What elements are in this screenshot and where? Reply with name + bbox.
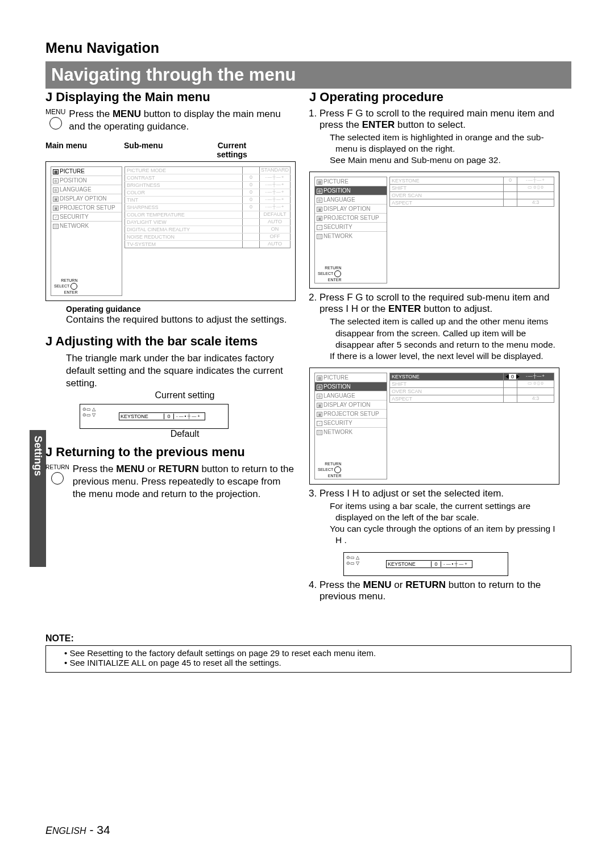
adjusting-bar-scale-text: The triangle mark under the bar indicate… (66, 352, 296, 390)
step2-bullet: If there is a lower level, the next leve… (330, 350, 559, 362)
menu-button-icon: MENU (45, 108, 65, 133)
operating-guidance-heading: Operating guidance (66, 304, 296, 314)
section-adjusting-bar-scale: J Adjusting with the bar scale items (45, 334, 296, 349)
main-menu-item: ▣DISPLAY OPTION (315, 400, 387, 409)
main-menu-item-selected: ⊕POSITION (315, 382, 387, 391)
main-menu-item: ☷NETWORK (315, 427, 387, 436)
main-menu-item: ▣PROJECTOR SETUP (315, 213, 387, 222)
sub-menu-list: PICTURE MODESTANDARD CONTRAST0-—┼—+ BRIG… (125, 166, 291, 296)
section-returning-prev-menu: J Returning to the previous menu (45, 445, 296, 460)
main-menu-item: ▣DISPLAY OPTION (51, 194, 122, 203)
keystone-bar-diagram-small: ⊙▭ △⊙▭ ▽ KEYSTONE 0 -—▪┼—+ (343, 552, 508, 576)
remote-hint: RETURN SELECT ENTER (318, 265, 341, 282)
keystone-value: 0 (431, 561, 441, 567)
keystone-label: KEYSTONE (121, 414, 164, 419)
procedure-list: Press F G to scroll to the required main… (309, 108, 559, 166)
default-caption: Default (74, 429, 296, 439)
label-current-settings: Currentsettings (208, 141, 256, 159)
page-footer: ENGLISH - 34 (45, 823, 110, 837)
step-2: Press F G to scroll to the required sub-… (320, 292, 559, 362)
main-menu-item: ▦PICTURE (51, 167, 122, 176)
diagram-step1: ▦PICTURE ⊕POSITION ⊕LANGUAGE ▣DISPLAY OP… (309, 172, 559, 289)
main-menu-item: ♂SECURITY (315, 222, 387, 231)
note-line: • See INITIALIZE ALL on page 45 to reset… (64, 658, 565, 667)
main-menu-item: ⊕LANGUAGE (315, 391, 387, 400)
label-main-menu: Main menu (45, 141, 124, 159)
main-menu-item: ♂SECURITY (51, 212, 122, 221)
main-menu-diagram: ▦PICTURE ⊕POSITION ⊕LANGUAGE ▣DISPLAY OP… (45, 161, 296, 301)
main-menu-item: ⊕POSITION (51, 176, 122, 185)
main-menu-item: ☷NETWORK (51, 221, 122, 230)
label-sub-menu: Sub-menu (124, 141, 208, 159)
operating-guidance-text: Contains the required buttons to adjust … (66, 314, 296, 326)
procedure-list: Press F G to scroll to the required sub-… (309, 292, 559, 362)
main-menu-item: ⊕LANGUAGE (315, 195, 387, 204)
current-setting-caption: Current setting (74, 390, 296, 400)
side-tab-settings: Settings (30, 430, 46, 567)
remote-hint: RETURN SELECT ENTER (54, 278, 77, 295)
remote-hint: RETURN SELECT ENTER (318, 461, 341, 478)
title-bar: Navigating through the menu (45, 61, 571, 89)
sub-menu-list: KEYSTONE0-—┼—+ SHIFT▭ 0 ▯ 0 OVER SCAN AS… (389, 177, 554, 283)
keystone-label: KEYSTONE (388, 561, 431, 567)
main-menu-list: ▦PICTURE ⊕POSITION ⊕LANGUAGE ▣DISPLAY OP… (51, 166, 122, 296)
step1-bullet: See Main menu and Sub-menu on page 32. (330, 155, 559, 166)
footer-language: ENGLISH (45, 825, 86, 836)
step3-bullet: You can cycle through the options of an … (330, 523, 559, 546)
section-operating-procedure: J Operating procedure (309, 90, 559, 105)
return-button-label: RETURN (45, 464, 69, 470)
step-3: Press I H to adjust or set the selected … (320, 488, 559, 546)
diagram-step2: ▦PICTURE ⊕POSITION ⊕LANGUAGE ▣DISPLAY OP… (309, 368, 559, 485)
sub-menu-list: KEYSTONE 0 -—┼—+ SHIFT▭ 0 ▯ 0 OVER SCAN … (389, 373, 554, 479)
section-displaying-main-menu: J Displaying the Main menu (45, 90, 296, 105)
main-menu-item: ⊕LANGUAGE (51, 185, 122, 194)
column-labels: Main menu Sub-menu Currentsettings (45, 141, 296, 159)
right-column: J Operating procedure Press F G to scrol… (309, 86, 559, 604)
main-menu-list: ▦PICTURE ⊕POSITION ⊕LANGUAGE ▣DISPLAY OP… (314, 373, 387, 479)
main-menu-item-selected: ⊕POSITION (315, 186, 387, 195)
note-line: • See Resetting to the factory default s… (64, 648, 565, 658)
menu-button-label: MENU (45, 108, 65, 116)
note-box: NOTE: • See Resetting to the factory def… (45, 633, 571, 673)
main-menu-item: ♂SECURITY (315, 418, 387, 427)
step1-bullet: The selected item is highlighted in oran… (330, 132, 559, 155)
step2-bullet: The selected item is called up and the o… (330, 316, 559, 350)
main-menu-item: ▣PROJECTOR SETUP (51, 203, 122, 212)
main-menu-item: ▦PICTURE (315, 177, 387, 186)
page-header: Menu Navigation (45, 40, 159, 56)
step3-bullet: For items using a bar scale, the current… (330, 500, 559, 523)
main-menu-item: ☷NETWORK (315, 231, 387, 240)
main-menu-item: ▣PROJECTOR SETUP (315, 409, 387, 418)
step-1: Press F G to scroll to the required main… (320, 108, 559, 166)
keystone-bar-diagram: ⊙▭ △⊙▭ ▽ KEYSTONE 0 -—▪┼—+ (80, 404, 229, 429)
step-4: Press the MENU or RETURN button to retur… (320, 579, 559, 602)
main-menu-item: ▣DISPLAY OPTION (315, 204, 387, 213)
displaying-main-menu-text: Press the MENU button to display the mai… (69, 108, 296, 133)
keystone-value: 0 (164, 414, 174, 419)
note-heading: NOTE: (45, 633, 571, 646)
left-column: J Displaying the Main menu MENU Press th… (45, 86, 296, 500)
page-number: 34 (97, 823, 110, 836)
returning-prev-menu-text: Press the MENU or RETURN button to retur… (73, 463, 296, 500)
return-button-icon: RETURN (45, 463, 69, 500)
main-menu-list: ▦PICTURE ⊕POSITION ⊕LANGUAGE ▣DISPLAY OP… (314, 177, 387, 283)
procedure-list: Press the MENU or RETURN button to retur… (309, 579, 559, 602)
main-menu-item: ▦PICTURE (315, 373, 387, 382)
procedure-list: Press I H to adjust or set the selected … (309, 488, 559, 546)
